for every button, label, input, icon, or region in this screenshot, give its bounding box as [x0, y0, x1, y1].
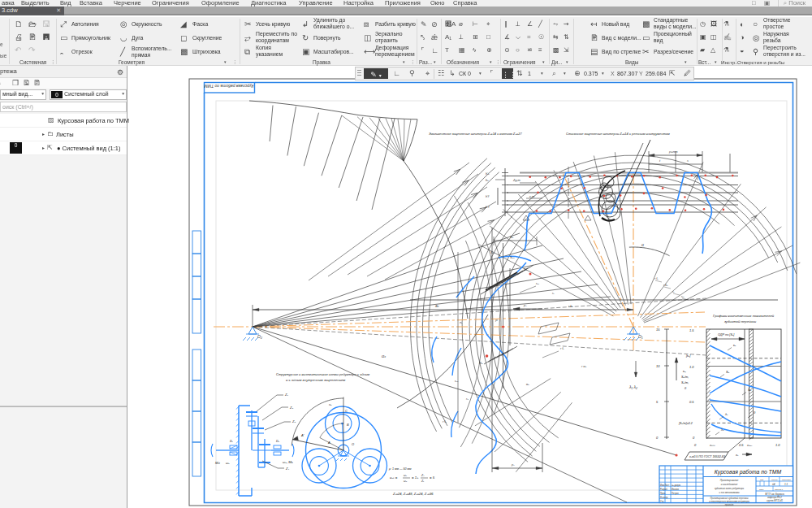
- svg-text:Z₁: Z₁: [284, 393, 288, 397]
- svg-text:λ₁: λ₁: [724, 412, 728, 416]
- svg-text:εₐ: εₐ: [733, 343, 736, 347]
- svg-text:hₐ: hₐ: [486, 178, 489, 182]
- svg-text:Mд: Mд: [215, 461, 220, 465]
- svg-text:= 5: = 5: [430, 475, 435, 480]
- svg-text:r f₁: r f₁: [560, 347, 564, 350]
- svg-text:ω₃, Mс: ω₃, Mс: [283, 460, 294, 464]
- svg-text:и планетарного механизма редук: и планетарного механизма редуктора: [709, 500, 749, 503]
- svg-text:0.5: 0.5: [739, 443, 744, 447]
- svg-text:C: C: [345, 409, 348, 413]
- svg-text:εₐ,: εₐ,: [683, 370, 686, 373]
- svg-text:Δy,m: Δy,m: [512, 178, 520, 182]
- svg-text:ω₃: ω₃: [404, 480, 408, 483]
- svg-text:Лист: Лист: [759, 488, 764, 491]
- svg-text:u₁ₖ =: u₁ₖ =: [390, 475, 398, 480]
- svg-text:Графики качественных показател: Графики качественных показателей: [713, 314, 775, 318]
- svg-text:Утв.: Утв.: [660, 500, 664, 503]
- svg-text:Z₄: Z₄: [285, 467, 289, 471]
- svg-text:N₂: N₂: [479, 361, 483, 365]
- svg-text:с его механизмами: с его механизмами: [719, 491, 740, 494]
- svg-text:кафедра РК-2: кафедра РК-2: [767, 496, 782, 499]
- svg-text:r w₁: r w₁: [581, 365, 587, 368]
- svg-text:pₓ: pₓ: [511, 462, 515, 467]
- svg-text:Z₃: Z₃: [292, 419, 296, 423]
- svg-text:Z₁=24, Z₂=48, Z₃=24, Z₄=96: Z₁=24, Z₂=48, Z₃=24, Z₄=96: [392, 492, 434, 496]
- svg-text:Н.контр.: Н.контр.: [660, 496, 668, 499]
- svg-text:Разраб.: Разраб.: [660, 488, 668, 491]
- svg-text:Листов 1: Листов 1: [775, 488, 784, 491]
- svg-text:xₖₙₙ: xₖₙₙ: [709, 444, 715, 447]
- svg-text:[Sₐ/m]=0.2: [Sₐ/m]=0.2: [678, 422, 693, 425]
- svg-text:aₓ: aₓ: [435, 303, 439, 308]
- svg-text:и исследование: и исследование: [721, 483, 738, 486]
- svg-text:№ докум.: № докум.: [672, 484, 681, 487]
- svg-text:O: O: [352, 442, 354, 446]
- svg-text:Станочное зацепление шестерни: Станочное зацепление шестерни Z₁=14 с ре…: [566, 132, 670, 136]
- svg-text:Проектирование зубчатой переда: Проектирование зубчатой передачи: [710, 497, 749, 500]
- svg-text:Курсовая работа по ТММ: Курсовая работа по ТММ: [204, 84, 253, 89]
- svg-text:Лит.: Лит.: [760, 479, 764, 481]
- svg-text:Проектирование: Проектирование: [720, 479, 739, 482]
- svg-text:1.5: 1.5: [689, 328, 694, 332]
- svg-text:Пров.: Пров.: [660, 492, 666, 495]
- svg-text:S̅ₐ: S̅ₐ: [748, 388, 752, 392]
- svg-text:Изм.Лист: Изм.Лист: [660, 484, 670, 487]
- svg-text:x₁: x₁: [735, 453, 739, 457]
- svg-text:Z₄: Z₄: [421, 474, 425, 477]
- svg-text:c,m: c,m: [529, 194, 535, 198]
- svg-text:λ₂: λ₂: [720, 428, 724, 432]
- svg-text:0.5: 0.5: [689, 400, 694, 404]
- svg-text:Масса: Масса: [771, 479, 778, 481]
- svg-text:МГТУ им. Баумана: МГТУ им. Баумана: [765, 493, 784, 496]
- svg-text:Z₁: Z₁: [421, 480, 424, 483]
- svg-text:ОДР по [Sₐ]: ОДР по [Sₐ]: [718, 333, 735, 336]
- svg-text:Z₂: Z₂: [289, 406, 293, 410]
- svg-text:P: P: [495, 319, 498, 323]
- svg-text:B: B: [347, 423, 349, 427]
- svg-text:б4: б4: [772, 483, 775, 486]
- svg-text:μ: 1 мм — 50 мм: μ: 1 мм — 50 мм: [388, 467, 412, 471]
- svg-text:Sₐ/m,: Sₐ/m,: [681, 381, 689, 384]
- svg-text:pₓ: pₓ: [523, 303, 527, 307]
- svg-text:N₁: N₁: [524, 267, 528, 271]
- svg-text:и с одним внутренним зацеплени: и с одним внутренним зацеплением: [286, 378, 345, 382]
- svg-text:S̅ₐ₁: S̅ₐ₁: [490, 251, 495, 254]
- svg-text:p=πm: p=πm: [668, 150, 678, 154]
- svg-text:Петров: Петров: [672, 492, 679, 495]
- svg-text:A′: A′: [300, 433, 304, 437]
- svg-text:Sₐ: Sₐ: [510, 235, 514, 239]
- svg-text:D₂: D₂: [276, 440, 280, 443]
- svg-text:Иванов: Иванов: [672, 488, 680, 491]
- svg-text:[εₐ]: [εₐ]: [685, 354, 691, 358]
- svg-text:зубчатой передачи: зубчатой передачи: [723, 319, 757, 323]
- svg-text:= 1+: = 1+: [412, 475, 419, 480]
- svg-text:зубчатых колес редуктора: зубчатых колес редуктора: [714, 487, 745, 490]
- svg-text:группа МТ11-41: группа МТ11-41: [767, 499, 783, 502]
- svg-text:rₑ₂: rₑ₂: [455, 380, 459, 383]
- svg-text:1.0: 1.0: [689, 365, 694, 369]
- svg-text:S̅ₐ/m,: S̅ₐ/m,: [681, 376, 689, 379]
- svg-text:ω₁: ω₁: [226, 461, 230, 465]
- svg-text:Курсовая работа по ТММ: Курсовая работа по ТММ: [715, 469, 782, 475]
- svg-text:10: 10: [656, 364, 660, 368]
- svg-text:15: 15: [656, 328, 660, 332]
- svg-text:O₁: O₁: [638, 334, 643, 339]
- svg-text:αₓ: αₓ: [382, 354, 386, 358]
- svg-text:Sₐ₂: Sₐ₂: [510, 256, 515, 259]
- svg-text:λ₁ λ₂: λ₁ λ₂: [628, 384, 637, 389]
- svg-text:Масштаб: Масштаб: [782, 479, 791, 481]
- svg-text:O₂: O₂: [257, 334, 262, 339]
- svg-text:α: α: [641, 242, 644, 247]
- svg-text:r f₂: r f₂: [443, 420, 447, 423]
- svg-text:Sₐ: Sₐ: [726, 370, 730, 374]
- svg-text:1:1: 1:1: [784, 483, 788, 486]
- svg-text:ω₁: ω₁: [404, 474, 407, 477]
- svg-text:A: A: [327, 441, 330, 445]
- svg-text:Структурная и кинематическая с: Структурная и кинематическая схемы редук…: [276, 372, 369, 376]
- svg-text:h′ₐ: h′ₐ: [486, 172, 490, 176]
- svg-text:r b₁: r b₁: [663, 284, 668, 287]
- svg-text:s: s: [687, 158, 689, 163]
- svg-text:Эвольвентное зацепление шестер: Эвольвентное зацепление шестерни Z₁=14 с…: [429, 132, 522, 136]
- svg-text:r b₁: r b₁: [568, 305, 573, 308]
- svg-text:привода: привода: [725, 503, 734, 506]
